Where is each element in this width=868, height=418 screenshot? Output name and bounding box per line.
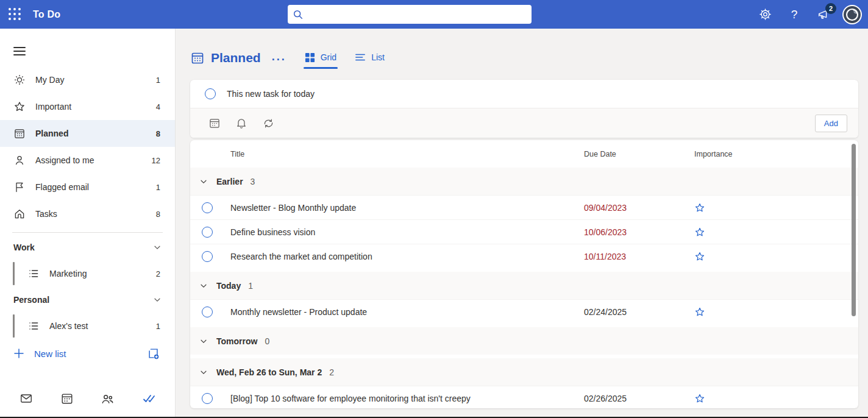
section-header-tomorrow[interactable]: Tomorrow 0 — [190, 327, 858, 355]
planned-calendar-icon — [190, 51, 205, 65]
todo-check-icon — [141, 391, 156, 406]
repeat-icon — [262, 117, 275, 130]
star-icon — [694, 306, 705, 317]
importance-star-button[interactable] — [694, 393, 705, 404]
sidebar-list-marketing[interactable]: Marketing 2 — [0, 260, 175, 288]
chevron-down-icon — [199, 177, 208, 186]
tab-grid[interactable]: Grid — [304, 47, 338, 69]
task-row[interactable]: Monthly newsletter - Product update 02/2… — [190, 299, 858, 324]
task-row[interactable]: Newsletter - Blog Monthly update 09/04/2… — [190, 195, 858, 219]
bell-icon — [235, 117, 247, 129]
group-indent-bar — [13, 262, 15, 285]
topbar-actions: ? 2 — [755, 0, 868, 29]
add-button[interactable]: Add — [815, 115, 847, 132]
sidebar-item-tasks[interactable]: Tasks 8 — [0, 200, 175, 227]
person-icon — [13, 154, 26, 166]
account-avatar[interactable] — [842, 5, 862, 24]
star-icon — [694, 227, 705, 238]
new-group-icon[interactable] — [147, 347, 160, 360]
sidebar-list-alexs-test[interactable]: Alex's test 1 — [0, 312, 175, 340]
group-name: Work — [13, 243, 153, 252]
task-checkbox[interactable] — [202, 306, 213, 317]
section-count: 2 — [329, 367, 334, 377]
section-label: Wed, Feb 26 to Sun, Mar 2 — [216, 367, 322, 377]
mail-icon — [20, 392, 33, 405]
task-due-date: 09/04/2023 — [584, 203, 680, 213]
search-input[interactable] — [308, 10, 527, 19]
due-date-button[interactable] — [207, 116, 222, 130]
sidebar-item-planned[interactable]: Planned 8 — [0, 120, 175, 147]
task-checkbox[interactable] — [202, 251, 213, 262]
view-tabs: Grid List — [304, 47, 386, 69]
task-row[interactable]: Define business vision 10/06/2023 — [190, 219, 858, 244]
task-title: [Blog] Top 10 software for employee moni… — [224, 394, 584, 403]
new-list-button[interactable]: New list — [0, 340, 175, 367]
task-row[interactable]: [Blog] Top 10 software for employee moni… — [190, 386, 858, 408]
task-due-date: 10/11/2023 — [584, 252, 680, 261]
importance-star-button[interactable] — [694, 306, 705, 317]
help-button[interactable]: ? — [784, 4, 805, 25]
calendar-app-button[interactable] — [56, 388, 78, 409]
add-task-input[interactable] — [227, 89, 848, 99]
task-due-date: 10/06/2023 — [584, 227, 680, 237]
settings-button[interactable] — [755, 4, 775, 25]
table-header: Title Due Date Importance — [190, 140, 858, 168]
sidebar-item-label: Important — [35, 102, 156, 112]
add-task-row[interactable] — [190, 80, 858, 108]
column-header-title: Title — [224, 150, 584, 158]
tab-list[interactable]: List — [354, 47, 386, 69]
importance-star-button[interactable] — [694, 227, 705, 238]
importance-star-button[interactable] — [694, 202, 705, 213]
sidebar-toggle-button[interactable] — [13, 44, 26, 58]
star-icon — [694, 251, 705, 262]
chevron-down-icon — [199, 337, 208, 345]
list-options-button[interactable]: ··· — [272, 54, 286, 66]
plus-icon — [13, 348, 24, 359]
grid-icon — [305, 52, 315, 63]
sidebar-item-count: 8 — [156, 210, 160, 219]
task-checkbox[interactable] — [202, 393, 213, 404]
search-box[interactable] — [288, 5, 532, 24]
top-bar: To Do — [0, 0, 868, 29]
star-icon — [694, 393, 705, 404]
importance-star-button[interactable] — [694, 251, 705, 262]
task-checkbox[interactable] — [202, 202, 213, 213]
sidebar-item-flagged-email[interactable]: Flagged email 1 — [0, 174, 175, 200]
app-title: To Do — [33, 9, 60, 20]
people-icon — [101, 392, 115, 406]
task-checkbox[interactable] — [202, 227, 213, 238]
group-name: Personal — [13, 295, 153, 305]
task-title: Research the market and competition — [224, 252, 584, 261]
app-launcher-button[interactable] — [0, 0, 29, 29]
reminder-button[interactable] — [234, 116, 249, 130]
scrollbar-thumb[interactable] — [852, 144, 856, 316]
new-task-checkbox[interactable] — [205, 88, 216, 99]
sidebar-item-my-day[interactable]: My Day 1 — [0, 66, 175, 93]
task-row[interactable]: Research the market and competition 10/1… — [190, 244, 858, 268]
group-header-personal[interactable]: Personal — [0, 288, 175, 312]
todo-app: To Do — [0, 0, 868, 418]
sidebar-item-count: 12 — [152, 156, 160, 165]
avatar-image — [844, 6, 861, 23]
calendar-icon — [208, 117, 221, 129]
section-header-week[interactable]: Wed, Feb 26 to Sun, Mar 2 2 — [190, 358, 858, 386]
mail-button[interactable] — [15, 388, 37, 409]
section-header-earlier[interactable]: Earlier 3 — [190, 168, 858, 195]
chevron-down-icon — [199, 282, 208, 290]
sidebar-item-label: Alex's test — [49, 321, 156, 331]
sidebar-item-important[interactable]: Important 4 — [0, 93, 175, 120]
todo-app-button[interactable] — [138, 388, 160, 409]
section-header-today[interactable]: Today 1 — [190, 272, 858, 299]
gear-icon — [759, 8, 772, 21]
chevron-down-icon — [153, 243, 162, 252]
repeat-button[interactable] — [261, 116, 276, 130]
list-icon — [27, 320, 40, 332]
section-label: Earlier — [216, 177, 243, 186]
sidebar-item-label: My Day — [35, 75, 156, 85]
sidebar-item-assigned-to-me[interactable]: Assigned to me 12 — [0, 147, 175, 174]
sidebar-item-label: Planned — [35, 129, 156, 138]
people-button[interactable] — [97, 388, 119, 409]
feedback-button[interactable]: 2 — [813, 4, 834, 25]
group-header-work[interactable]: Work — [0, 235, 175, 260]
section-count: 0 — [265, 336, 269, 346]
